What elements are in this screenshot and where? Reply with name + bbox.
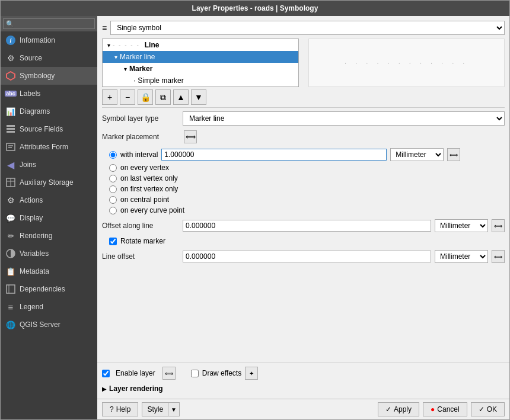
- apply-button[interactable]: ✓ Apply: [378, 402, 419, 416]
- radio-curve-point-input[interactable]: [109, 207, 117, 214]
- radio-last-vertex-input[interactable]: [109, 175, 117, 182]
- offset-along-line-input[interactable]: [183, 220, 431, 232]
- sidebar-item-joins[interactable]: ◀ Joins: [1, 156, 97, 174]
- add-symbol-button[interactable]: +: [102, 89, 117, 105]
- sidebar-search-input[interactable]: [3, 18, 95, 29]
- svg-rect-2: [7, 128, 15, 130]
- layer-rendering-row[interactable]: ▶ Layer rendering: [102, 382, 505, 395]
- sidebar-item-source-fields[interactable]: Source Fields: [1, 120, 97, 138]
- radio-last-vertex-label: on last vertex only: [120, 174, 178, 182]
- placement-options: with interval Millimeter ⟺ on every vert…: [109, 148, 505, 214]
- draw-effects-checkbox[interactable]: [191, 370, 199, 377]
- line-offset-row: Line offset Millimeter ⟺: [102, 250, 505, 263]
- sidebar-item-display[interactable]: 💬 Display: [1, 209, 97, 227]
- sidebar-item-label: Legend: [20, 303, 43, 311]
- enable-layer-checkbox[interactable]: [102, 370, 110, 377]
- radio-every-vertex-label: on every vertex: [120, 163, 169, 172]
- sidebar-item-metadata[interactable]: 📋 Metadata: [1, 262, 97, 280]
- sidebar-item-attributes-form[interactable]: Attributes Form: [1, 138, 97, 156]
- sidebar-item-diagrams[interactable]: 📊 Diagrams: [1, 102, 97, 120]
- radio-last-vertex: on last vertex only: [109, 174, 505, 182]
- joins-icon: ◀: [5, 159, 16, 170]
- layer-rendering-label: Layer rendering: [109, 384, 163, 393]
- sidebar-item-label: Rendering: [20, 232, 52, 240]
- duplicate-symbol-button[interactable]: ⧉: [155, 89, 171, 105]
- style-button[interactable]: Style: [142, 402, 168, 416]
- enable-draw-row: Enable layer ⟺ Draw effects ✦: [102, 367, 505, 380]
- sidebar-item-legend[interactable]: ≡ Legend: [1, 298, 97, 316]
- sidebar-item-dependencies[interactable]: Dependencies: [1, 280, 97, 298]
- remove-symbol-button[interactable]: −: [120, 89, 135, 105]
- offset-along-line-row: Offset along line Millimeter ⟺: [102, 219, 505, 232]
- sidebar-item-rendering[interactable]: ✏ Rendering: [1, 227, 97, 245]
- sidebar-item-source[interactable]: ⚙ Source: [1, 49, 97, 67]
- line-offset-unit-select[interactable]: Millimeter: [435, 250, 488, 263]
- radio-first-vertex-input[interactable]: [109, 185, 117, 193]
- style-dropdown-button[interactable]: ▼: [168, 402, 180, 416]
- symbol-toolbar: + − 🔒 ⧉ ▲ ▼: [102, 87, 505, 108]
- line-offset-expr-btn[interactable]: ⟺: [492, 250, 505, 263]
- marker-placement-expr-btn[interactable]: ⟺: [184, 130, 197, 143]
- tree-item-marker[interactable]: ▾ Marker: [103, 63, 298, 75]
- interval-value-input[interactable]: [161, 149, 387, 161]
- offset-along-line-expr-btn[interactable]: ⟺: [492, 219, 505, 232]
- radio-every-vertex-input[interactable]: [109, 164, 117, 172]
- cancel-button[interactable]: ● Cancel: [423, 402, 467, 416]
- style-button-group: Style ▼: [142, 402, 180, 416]
- sidebar: i Information ⚙ Source Symbology abc Lab…: [1, 16, 97, 419]
- rotate-marker-checkbox[interactable]: [109, 238, 117, 245]
- source-icon: ⚙: [5, 53, 16, 63]
- sidebar-item-label: Source: [20, 54, 42, 62]
- interval-unit-select[interactable]: Millimeter: [390, 148, 444, 161]
- line-offset-input[interactable]: [183, 251, 431, 262]
- draw-effects-star-btn[interactable]: ✦: [245, 367, 258, 380]
- draw-effects-container: Draw effects ✦: [191, 367, 258, 380]
- tree-item-label4: Simple marker: [138, 76, 183, 85]
- interval-expr-btn[interactable]: ⟺: [447, 148, 460, 161]
- content-inner: ≡ Single symbol ▾ - - - - - Line: [97, 16, 509, 363]
- symbol-layer-type-select[interactable]: Marker line: [183, 111, 505, 126]
- legend-icon: ≡: [5, 302, 16, 312]
- tree-item-line[interactable]: ▾ - - - - - Line: [103, 39, 298, 51]
- help-button[interactable]: ? Help: [102, 402, 138, 416]
- display-icon: 💬: [5, 213, 16, 223]
- sidebar-item-qgis-server[interactable]: 🌐 QGIS Server: [1, 316, 97, 334]
- line-offset-label: Line offset: [102, 252, 179, 261]
- tree-item-label: Line: [145, 41, 160, 49]
- ok-label: OK: [487, 405, 497, 413]
- sidebar-item-auxiliary-storage[interactable]: Auxiliary Storage: [1, 174, 97, 191]
- move-down-button[interactable]: ▼: [191, 89, 206, 105]
- tree-item-marker-line[interactable]: ▾ Marker line: [103, 51, 298, 63]
- symbol-layer-type-row: Symbol layer type Marker line: [102, 111, 505, 126]
- svg-marker-0: [7, 72, 15, 80]
- ok-button[interactable]: ✓ OK: [471, 402, 505, 416]
- move-up-button[interactable]: ▲: [173, 89, 189, 105]
- preview-panel: · · · · · · · · · · · ·: [308, 39, 505, 87]
- offset-along-line-unit-select[interactable]: Millimeter: [435, 219, 488, 232]
- tree-item-simple-marker[interactable]: · Simple marker: [103, 75, 298, 86]
- svg-rect-11: [7, 285, 15, 293]
- symbology-icon: [5, 70, 16, 81]
- marker-placement-row: Marker placement ⟺: [102, 130, 505, 143]
- lock-symbol-button[interactable]: 🔒: [138, 89, 153, 105]
- radio-with-interval-label: with interval: [120, 150, 158, 159]
- sidebar-item-actions[interactable]: ⚙ Actions: [1, 191, 97, 209]
- rotate-marker-label: Rotate marker: [120, 237, 165, 245]
- single-symbol-icon: ≡: [102, 23, 107, 33]
- sidebar-item-label: Source Fields: [20, 125, 63, 133]
- sidebar-item-information[interactable]: i Information: [1, 31, 97, 49]
- sidebar-item-variables[interactable]: Variables: [1, 245, 97, 262]
- radio-central-point-input[interactable]: [109, 196, 117, 204]
- apply-label: Apply: [394, 405, 412, 413]
- main-window: Layer Properties - roads | Symbology i I…: [0, 0, 510, 420]
- single-symbol-select[interactable]: Single symbol: [110, 21, 505, 35]
- sidebar-item-labels[interactable]: abc Labels: [1, 85, 97, 102]
- radio-central-point-label: on central point: [120, 195, 169, 204]
- radio-with-interval-input[interactable]: [109, 151, 117, 159]
- enable-layer-expr-btn[interactable]: ⟺: [162, 367, 176, 380]
- title-bar: Layer Properties - roads | Symbology: [1, 1, 509, 16]
- tree-expand-icon2: ▾: [114, 54, 117, 60]
- line-preview-dots: - - - - -: [113, 42, 140, 49]
- sidebar-item-symbology[interactable]: Symbology: [1, 67, 97, 85]
- marker-placement-label: Marker placement: [102, 133, 179, 141]
